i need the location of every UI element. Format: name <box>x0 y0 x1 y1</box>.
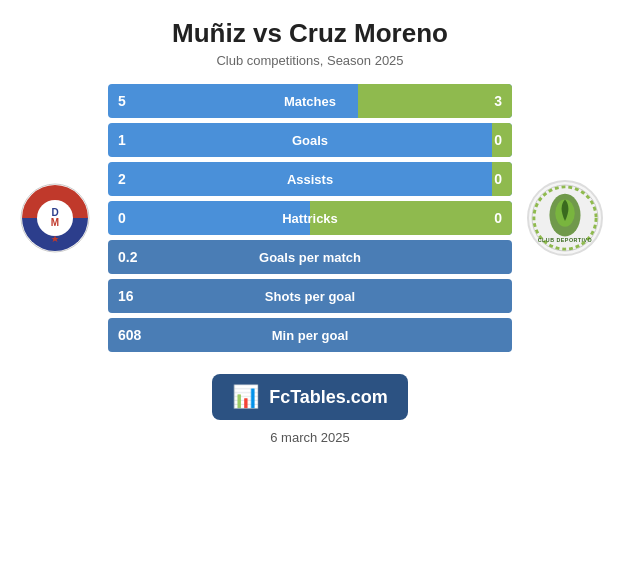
stat-right-goals: 0 <box>494 132 502 148</box>
stat-left-min-per-goal: 608 <box>118 327 141 343</box>
header: Muñiz vs Cruz Moreno Club competitions, … <box>162 0 458 74</box>
fctables-banner[interactable]: 📊 FcTables.com <box>212 374 408 420</box>
stat-row-goals-per-match: 0.2 Goals per match <box>108 240 512 274</box>
stat-label-matches: Matches <box>284 94 336 109</box>
stat-label-shots-per-goal: Shots per goal <box>265 289 355 304</box>
stat-bar-right-hattricks <box>310 201 512 235</box>
stat-label-hattricks: Hattricks <box>282 211 338 226</box>
match-title: Muñiz vs Cruz Moreno <box>172 18 448 49</box>
stat-bar-goals-per-match: 0.2 Goals per match <box>108 240 512 274</box>
stat-row-hattricks: 0 Hattricks 0 <box>108 201 512 235</box>
stat-bar-hattricks: 0 Hattricks 0 <box>108 201 512 235</box>
stat-label-min-per-goal: Min per goal <box>272 328 349 343</box>
stat-left-shots-per-goal: 16 <box>118 288 134 304</box>
svg-text:M: M <box>51 217 59 228</box>
stat-bar-min-per-goal: 608 Min per goal <box>108 318 512 352</box>
stat-label-goals: Goals <box>292 133 328 148</box>
stat-bar-matches: 5 Matches 3 <box>108 84 512 118</box>
stats-container: 5 Matches 3 1 Goals 0 2 Assists 0 <box>108 84 512 352</box>
footer-date: 6 march 2025 <box>270 430 350 445</box>
fctables-icon: 📊 <box>232 384 259 410</box>
stat-bar-right-matches <box>358 84 512 118</box>
fctables-text: FcTables.com <box>269 387 388 408</box>
stat-label-assists: Assists <box>287 172 333 187</box>
main-content: D M 5 Matches 3 1 Goals 0 <box>0 74 620 362</box>
stat-row-assists: 2 Assists 0 <box>108 162 512 196</box>
stat-label-goals-per-match: Goals per match <box>259 250 361 265</box>
stat-left-hattricks: 0 <box>118 210 126 226</box>
svg-text:CLUB DEPORTIVO: CLUB DEPORTIVO <box>538 237 592 243</box>
stat-bar-shots-per-goal: 16 Shots per goal <box>108 279 512 313</box>
equidad-logo: CLUB DEPORTIVO <box>527 180 603 256</box>
stat-right-hattricks: 0 <box>494 210 502 226</box>
stat-row-matches: 5 Matches 3 <box>108 84 512 118</box>
stat-row-shots-per-goal: 16 Shots per goal <box>108 279 512 313</box>
left-team-logo-container: D M <box>10 180 100 256</box>
stat-row-min-per-goal: 608 Min per goal <box>108 318 512 352</box>
stat-right-matches: 3 <box>494 93 502 109</box>
match-subtitle: Club competitions, Season 2025 <box>172 53 448 68</box>
stat-left-matches: 5 <box>118 93 126 109</box>
stat-left-goals-per-match: 0.2 <box>118 249 137 265</box>
stat-left-goals: 1 <box>118 132 126 148</box>
right-team-logo-container: CLUB DEPORTIVO <box>520 180 610 256</box>
stat-right-assists: 0 <box>494 171 502 187</box>
stat-bar-assists: 2 Assists 0 <box>108 162 512 196</box>
stat-row-goals: 1 Goals 0 <box>108 123 512 157</box>
stat-left-assists: 2 <box>118 171 126 187</box>
dim-logo: D M <box>17 180 93 256</box>
stat-bar-goals: 1 Goals 0 <box>108 123 512 157</box>
